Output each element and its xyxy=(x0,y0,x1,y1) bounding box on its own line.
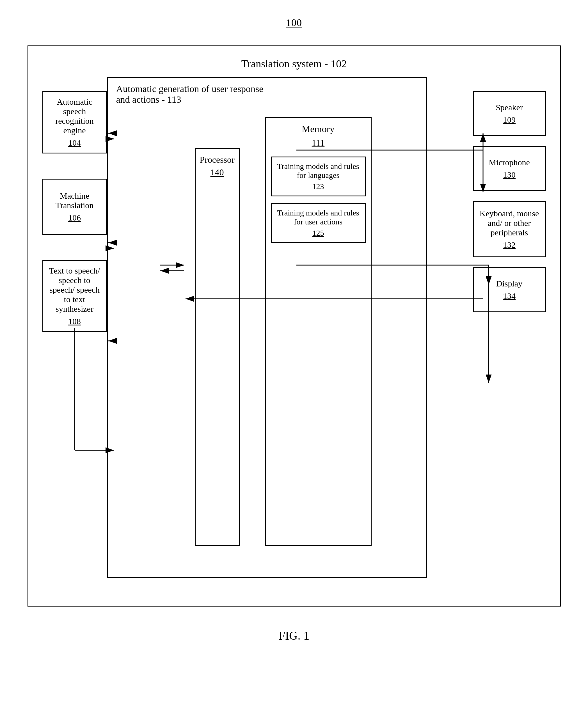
display-box: Display 134 xyxy=(473,267,546,312)
speaker-label: Speaker xyxy=(496,103,523,112)
speaker-box: Speaker 109 xyxy=(473,91,546,136)
asr-box: Automatic speech recognition engine 104 xyxy=(42,91,107,153)
inner-gen-box: Automatic generation of user responseand… xyxy=(107,77,427,578)
memory-title: Memory xyxy=(271,124,366,134)
processor-box: Processor 140 xyxy=(195,148,240,546)
memory-sub-languages: Training models and rules for languages … xyxy=(271,156,366,196)
keyboard-ref: 132 xyxy=(503,240,516,250)
processor-label: Processor xyxy=(200,155,234,165)
memory-sub-user-actions: Training models and rules for user actio… xyxy=(271,203,366,243)
page-number: 100 xyxy=(286,17,302,29)
mt-ref: 106 xyxy=(68,213,81,222)
microphone-label: Microphone xyxy=(489,158,530,167)
processor-ref: 140 xyxy=(210,167,224,178)
display-label: Display xyxy=(496,279,522,288)
speaker-ref: 109 xyxy=(503,115,516,125)
mt-label: Machine Translation xyxy=(47,191,102,210)
outer-title: Translation system - 102 xyxy=(42,58,546,70)
asr-ref: 104 xyxy=(68,138,81,148)
tts-box: Text to speech/ speech to speech/ speech… xyxy=(42,260,107,332)
outer-box: Translation system - 102 Automatic gener… xyxy=(27,45,561,607)
memory-ref: 111 xyxy=(271,138,366,148)
microphone-box: Microphone 130 xyxy=(473,146,546,191)
mt-box: Machine Translation 106 xyxy=(42,179,107,235)
left-column: Automatic speech recognition engine 104 … xyxy=(42,91,107,332)
keyboard-box: Keyboard, mouse and/ or other peripheral… xyxy=(473,201,546,257)
tts-ref: 108 xyxy=(68,317,81,326)
memory-sub-user-actions-ref: 125 xyxy=(276,229,360,238)
microphone-ref: 130 xyxy=(503,170,516,179)
memory-outer: Memory 111 Training models and rules for… xyxy=(265,117,372,546)
memory-sub-languages-ref: 123 xyxy=(276,182,360,191)
memory-sub-user-actions-label: Training models and rules for user actio… xyxy=(277,209,359,226)
keyboard-label: Keyboard, mouse and/ or other peripheral… xyxy=(478,209,541,237)
inner-gen-title: Automatic generation of user responseand… xyxy=(116,84,418,105)
fig-label: FIG. 1 xyxy=(279,629,310,643)
tts-label: Text to speech/ speech to speech/ speech… xyxy=(47,266,102,313)
asr-label: Automatic speech recognition engine xyxy=(47,97,102,135)
right-column: Speaker 109 Microphone 130 Keyboard, mou… xyxy=(473,91,546,312)
display-ref: 134 xyxy=(503,291,516,301)
memory-sub-languages-label: Training models and rules for languages xyxy=(277,162,359,179)
